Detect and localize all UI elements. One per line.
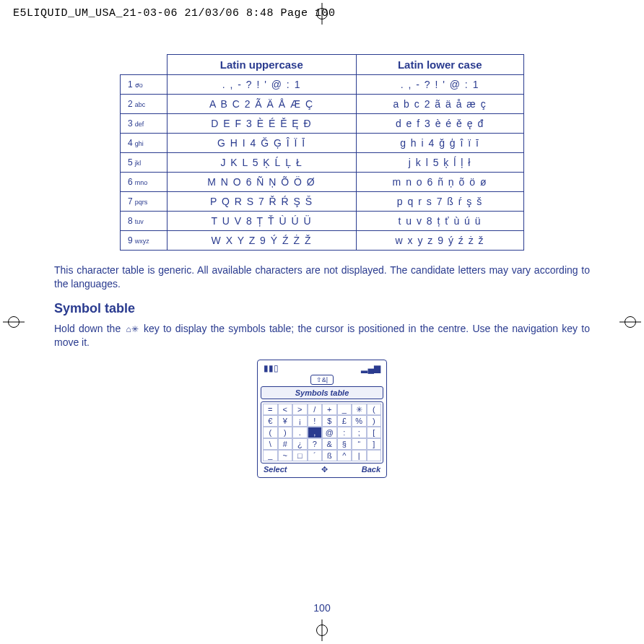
symbol-cell[interactable]: □: [292, 450, 308, 461]
lowercase-cell: m n o 6 ñ ņ õ ö ø: [356, 173, 523, 192]
uppercase-cell: A B C 2 Ã Ä Å Æ Ç: [167, 95, 357, 114]
section-heading-symbol-table: Symbol table: [54, 301, 590, 316]
key-cell: 7 pqrs: [121, 192, 167, 212]
uppercase-cell: . , - ? ! ' @ : 1: [167, 75, 357, 95]
symbol-cell[interactable]: ´: [308, 450, 323, 461]
symbol-cell[interactable]: _: [263, 450, 278, 461]
input-mode-indicator: ⇧&|: [310, 375, 334, 385]
symbols-table-title: Symbols table: [261, 386, 383, 399]
table-header-upper: Latin uppercase: [167, 55, 357, 75]
uppercase-cell: W X Y Z 9 Ý Ź Ż Ž: [167, 231, 357, 251]
key-cell: 6 mno: [121, 173, 167, 192]
page-content: Latin uppercase Latin lower case 1 ơo. ,…: [54, 54, 590, 478]
table-row: 9 wxyzW X Y Z 9 Ý Ź Ż Žw x y z 9 ý ź ż ž: [121, 231, 524, 251]
prepress-header: E5LIQUID_UM_USA_21-03-06 21/03/06 8:48 P…: [13, 7, 336, 19]
table-row: 4 ghiG H I 4 Ğ Ģ Î Ï Īg h i 4 ğ ģ î ï ī: [121, 134, 524, 153]
key-cell: 3 def: [121, 114, 167, 134]
lowercase-cell: w x y z 9 ý ź ż ž: [356, 231, 523, 251]
symbol-cell[interactable]: ;: [352, 427, 367, 438]
symbol-cell[interactable]: (: [263, 427, 278, 438]
key-cell: 2 abc: [121, 95, 167, 114]
symbol-cell[interactable]: +: [322, 404, 337, 415]
symbol-cell[interactable]: |: [352, 450, 367, 461]
symbol-cell[interactable]: ß: [322, 450, 337, 461]
crop-mark-left: [3, 311, 25, 333]
symbol-cell[interactable]: =: [263, 404, 278, 415]
uppercase-cell: P Q R S 7 Ř Ŕ Ş Š: [167, 192, 357, 212]
symbol-cell[interactable]: ^: [337, 450, 352, 461]
symbol-cell[interactable]: %: [352, 415, 367, 427]
table-header-empty: [121, 55, 167, 75]
uppercase-cell: T U V 8 Ț Ť Ù Ú Ü: [167, 212, 357, 231]
symbol-cell[interactable]: ,: [308, 427, 323, 438]
signal-icon: ▂▄▆: [361, 363, 380, 373]
symbol-cell[interactable]: !: [308, 415, 323, 427]
symbol-cell[interactable]: “: [352, 438, 367, 450]
uppercase-cell: M N O 6 Ñ Ņ Õ Ö Ø: [167, 173, 357, 192]
symbol-cell[interactable]: ~: [278, 450, 293, 461]
lowercase-cell: p q r s 7 ß ŕ ş š: [356, 192, 523, 212]
table-row: 6 mnoM N O 6 Ñ Ņ Õ Ö Øm n o 6 ñ ņ õ ö ø: [121, 173, 524, 192]
uppercase-cell: G H I 4 Ğ Ģ Î Ï Ī: [167, 134, 357, 153]
table-row: 3 defD E F 3 È É Ě Ę Đd e f 3 è é ě ę đ: [121, 114, 524, 134]
intro-text-before: Hold down the: [54, 323, 124, 334]
symbol-cell[interactable]: ✳: [352, 404, 367, 415]
symbol-cell[interactable]: €: [263, 415, 278, 427]
symbol-cell[interactable]: #: [278, 438, 293, 450]
symbol-cell[interactable]: $: [322, 415, 337, 427]
symbol-cell[interactable]: ): [278, 427, 293, 438]
symbols-grid: =<>/+_✳(€¥¡!$£%)().,@:;[\#¿?&§“]_~□´ß^|: [261, 401, 383, 464]
symbol-cell[interactable]: \: [263, 438, 278, 450]
symbol-cell[interactable]: /: [308, 404, 323, 415]
key-cell: 5 jkl: [121, 153, 167, 173]
symbol-table-intro: Hold down the ⌂✳ key to display the symb…: [54, 322, 590, 349]
key-cell: 1 ơo: [121, 75, 167, 95]
symbol-cell[interactable]: >: [292, 404, 308, 415]
symbol-cell[interactable]: ): [367, 415, 382, 427]
crop-mark-bottom: [311, 619, 333, 641]
symbol-cell[interactable]: [: [367, 427, 382, 438]
table-row: 5 jklJ K L 5 Ķ Ĺ Ļ Łj k l 5 ķ ĺ ļ ł: [121, 153, 524, 173]
softkey-back[interactable]: Back: [362, 465, 380, 474]
symbol-cell[interactable]: ¡: [292, 415, 308, 427]
table-row: 8 tuvT U V 8 Ț Ť Ù Ú Üt u v 8 ț ť ù ú ü: [121, 212, 524, 231]
symbol-cell[interactable]: <: [278, 404, 293, 415]
star-key-icon: ⌂✳: [124, 323, 139, 335]
key-cell: 9 wxyz: [121, 231, 167, 251]
symbol-cell[interactable]: @: [322, 427, 337, 438]
symbol-cell[interactable]: §: [337, 438, 352, 450]
lowercase-cell: t u v 8 ț ť ù ú ü: [356, 212, 523, 231]
symbol-cell[interactable]: (: [367, 404, 382, 415]
lowercase-cell: g h i 4 ğ ģ î ï ī: [356, 134, 523, 153]
table-header-lower: Latin lower case: [356, 55, 523, 75]
table-note-text: This character table is generic. All ava…: [54, 264, 590, 291]
lowercase-cell: . , - ? ! ' @ : 1: [356, 75, 523, 95]
uppercase-cell: D E F 3 È É Ě Ę Đ: [167, 114, 357, 134]
symbol-cell[interactable]: .: [292, 427, 308, 438]
character-table: Latin uppercase Latin lower case 1 ơo. ,…: [120, 54, 524, 251]
key-cell: 8 tuv: [121, 212, 167, 231]
table-row: 2 abcA B C 2 Ã Ä Å Æ Ça b c 2 ã ä å æ ç: [121, 95, 524, 114]
symbol-cell[interactable]: £: [337, 415, 352, 427]
uppercase-cell: J K L 5 Ķ Ĺ Ļ Ł: [167, 153, 357, 173]
softkey-select[interactable]: Select: [264, 465, 287, 474]
phone-screen-mockup: ▮▮▯ ▂▄▆ ⇧&| Symbols table =<>/+_✳(€¥¡!$£…: [257, 360, 387, 478]
symbol-cell[interactable]: ]: [367, 438, 382, 450]
table-row: 1 ơo. , - ? ! ' @ : 1. , - ? ! ' @ : 1: [121, 75, 524, 95]
symbol-cell[interactable]: ¿: [292, 438, 308, 450]
page-number: 100: [0, 602, 644, 614]
symbol-cell[interactable]: &: [322, 438, 337, 450]
key-cell: 4 ghi: [121, 134, 167, 153]
lowercase-cell: j k l 5 ķ ĺ ļ ł: [356, 153, 523, 173]
nav-key-icon[interactable]: ✥: [321, 465, 328, 474]
battery-icon: ▮▮▯: [264, 363, 279, 373]
symbol-cell[interactable]: ?: [308, 438, 323, 450]
lowercase-cell: a b c 2 ã ä å æ ç: [356, 95, 523, 114]
table-row: 7 pqrsP Q R S 7 Ř Ŕ Ş Šp q r s 7 ß ŕ ş š: [121, 192, 524, 212]
crop-mark-right: [619, 311, 641, 333]
symbol-cell[interactable]: ¥: [278, 415, 293, 427]
symbol-cell[interactable]: :: [337, 427, 352, 438]
symbol-cell[interactable]: _: [337, 404, 352, 415]
symbol-cell[interactable]: [367, 450, 382, 461]
lowercase-cell: d e f 3 è é ě ę đ: [356, 114, 523, 134]
